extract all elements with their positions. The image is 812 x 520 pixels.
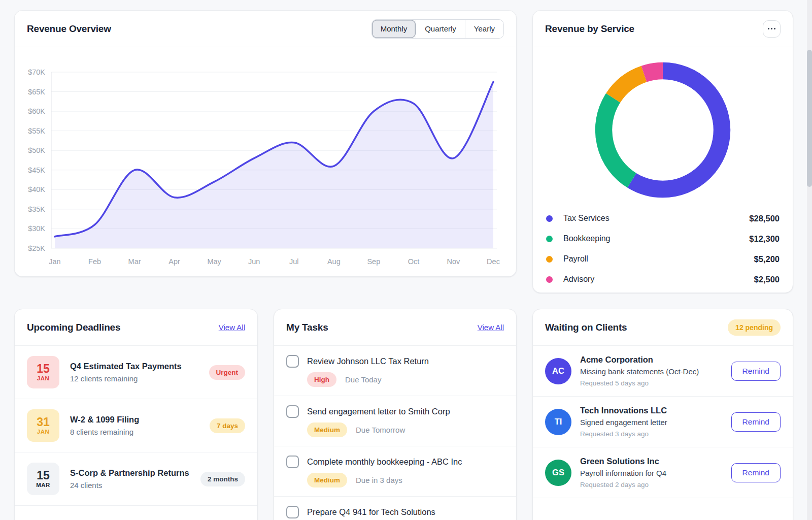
task-row: Send engagement letter to Smith Corp Med… bbox=[274, 396, 516, 446]
tasks-view-all-link[interactable]: View All bbox=[478, 323, 504, 332]
task-row: Prepare Q4 941 for Tech Solutions Low Du… bbox=[274, 497, 516, 520]
client-row: TI Tech Innovations LLC Signed engagemen… bbox=[533, 397, 793, 447]
my-tasks-header: My Tasks View All bbox=[274, 309, 516, 346]
svg-text:Sep: Sep bbox=[367, 257, 380, 266]
svg-text:$65K: $65K bbox=[28, 88, 45, 96]
deadline-subtitle: 24 clients bbox=[70, 481, 190, 490]
deadlines-view-all-link[interactable]: View All bbox=[219, 323, 245, 332]
ellipsis-icon bbox=[768, 28, 770, 30]
upcoming-deadlines-header: Upcoming Deadlines View All bbox=[15, 309, 257, 346]
upcoming-deadlines-title: Upcoming Deadlines bbox=[27, 322, 120, 333]
date-badge: 15 MAR bbox=[27, 463, 59, 495]
due-label: Due Today bbox=[345, 375, 381, 384]
client-requested-time: Requested 2 days ago bbox=[580, 481, 723, 489]
client-row: GS Green Solutions Inc Payroll informati… bbox=[533, 447, 793, 498]
legend-dot bbox=[546, 236, 553, 242]
client-request: Payroll information for Q4 bbox=[580, 469, 723, 477]
deadline-row[interactable]: 15 JAN Q4 Estimated Tax Payments 12 clie… bbox=[15, 346, 257, 399]
legend-value: $5,200 bbox=[754, 254, 780, 264]
remind-button[interactable]: Remind bbox=[731, 362, 781, 381]
waiting-on-clients-header: Waiting on Clients 12 pending bbox=[533, 309, 793, 346]
legend-item: Payroll $5,200 bbox=[546, 249, 780, 269]
legend-label: Payroll bbox=[563, 254, 588, 264]
deadline-subtitle: 12 clients remaining bbox=[70, 374, 198, 383]
avatar: TI bbox=[545, 409, 571, 435]
due-label: Due in 3 days bbox=[356, 476, 402, 484]
client-requested-time: Requested 5 days ago bbox=[580, 379, 723, 387]
client-name: Tech Innovations LLC bbox=[580, 406, 723, 415]
deadline-row[interactable]: 31 JAN W-2 & 1099 Filing 8 clients remai… bbox=[15, 399, 257, 452]
remind-button[interactable]: Remind bbox=[731, 463, 781, 482]
task-title: Complete monthly bookkeeping - ABC Inc bbox=[307, 457, 462, 467]
date-month: MAR bbox=[36, 482, 50, 489]
task-checkbox[interactable] bbox=[286, 355, 299, 368]
upcoming-deadlines-card: Upcoming Deadlines View All 15 JAN Q4 Es… bbox=[14, 309, 258, 520]
client-request: Missing bank statements (Oct-Dec) bbox=[580, 367, 723, 376]
task-checkbox[interactable] bbox=[286, 456, 299, 468]
dashboard-page: Revenue Overview Monthly Quarterly Yearl… bbox=[0, 0, 812, 520]
client-request: Signed engagement letter bbox=[580, 418, 723, 427]
svg-text:$55K: $55K bbox=[28, 127, 45, 135]
waiting-on-clients-card: Waiting on Clients 12 pending AC Acme Co… bbox=[532, 309, 793, 520]
legend-dot bbox=[546, 256, 553, 263]
legend-label: Bookkeeping bbox=[563, 234, 611, 243]
svg-text:Jul: Jul bbox=[289, 257, 299, 266]
svg-text:Jan: Jan bbox=[49, 257, 60, 266]
avatar-initials: AC bbox=[552, 366, 564, 376]
svg-text:Jun: Jun bbox=[248, 257, 260, 266]
legend-item: Bookkeeping $12,300 bbox=[546, 229, 780, 249]
revenue-overview-header: Revenue Overview Monthly Quarterly Yearl… bbox=[15, 11, 516, 47]
tab-quarterly[interactable]: Quarterly bbox=[416, 20, 465, 38]
date-month: JAN bbox=[37, 375, 50, 382]
svg-text:$30K: $30K bbox=[28, 224, 45, 233]
revenue-line-chart: $70K$65K$60K$55K$50K$45K$40K$35K$30K$25K… bbox=[27, 50, 505, 274]
remind-button[interactable]: Remind bbox=[731, 412, 781, 432]
date-month: JAN bbox=[37, 429, 50, 435]
task-checkbox[interactable] bbox=[286, 405, 299, 418]
revenue-line-chart-area: $70K$65K$60K$55K$50K$45K$40K$35K$30K$25K… bbox=[15, 47, 516, 277]
legend-dot bbox=[546, 276, 553, 283]
donut-legend: Tax Services $28,500 Bookkeeping $12,300… bbox=[533, 208, 793, 289]
deadline-row[interactable]: 15 MAR S-Corp & Partnership Returns 24 c… bbox=[15, 452, 257, 506]
client-name: Green Solutions Inc bbox=[580, 457, 723, 466]
priority-badge: Medium bbox=[307, 473, 347, 488]
waiting-on-clients-title: Waiting on Clients bbox=[545, 322, 627, 333]
svg-text:$25K: $25K bbox=[28, 244, 45, 252]
revenue-overview-title: Revenue Overview bbox=[27, 23, 111, 35]
deadline-subtitle: 8 clients remaining bbox=[70, 428, 199, 436]
scrollbar-thumb[interactable] bbox=[807, 50, 812, 187]
svg-text:Feb: Feb bbox=[88, 257, 101, 266]
deadline-badge: 7 days bbox=[210, 418, 245, 433]
avatar-initials: GS bbox=[552, 468, 564, 477]
svg-text:Mar: Mar bbox=[128, 257, 141, 266]
pending-count-badge: 12 pending bbox=[728, 319, 781, 336]
svg-text:$60K: $60K bbox=[28, 107, 45, 115]
date-day: 31 bbox=[37, 416, 50, 429]
date-day: 15 bbox=[37, 469, 50, 482]
svg-text:Oct: Oct bbox=[408, 257, 420, 266]
tab-monthly[interactable]: Monthly bbox=[372, 20, 416, 38]
tab-yearly[interactable]: Yearly bbox=[465, 20, 503, 38]
deadline-title: W-2 & 1099 Filing bbox=[70, 415, 199, 425]
date-badge: 15 JAN bbox=[27, 356, 59, 388]
revenue-by-service-header: Revenue by Service bbox=[533, 11, 793, 47]
legend-value: $28,500 bbox=[749, 214, 780, 223]
revenue-by-service-title: Revenue by Service bbox=[545, 23, 634, 35]
my-tasks-card: My Tasks View All Review Johnson LLC Tax… bbox=[274, 309, 517, 520]
range-segmented-control: Monthly Quarterly Yearly bbox=[371, 19, 504, 39]
avatar: GS bbox=[545, 460, 571, 486]
svg-text:Aug: Aug bbox=[327, 257, 341, 266]
svg-text:$40K: $40K bbox=[28, 185, 45, 193]
task-row: Complete monthly bookkeeping - ABC Inc M… bbox=[274, 446, 516, 497]
task-checkbox[interactable] bbox=[286, 506, 299, 518]
svg-text:Dec: Dec bbox=[487, 257, 500, 266]
deadline-title: Q4 Estimated Tax Payments bbox=[70, 362, 198, 371]
svg-text:Nov: Nov bbox=[447, 257, 461, 266]
more-options-button[interactable] bbox=[763, 20, 781, 38]
revenue-by-service-card: Revenue by Service Tax Services $28,500 … bbox=[532, 10, 793, 293]
client-name: Acme Corporation bbox=[580, 355, 723, 365]
client-row: AC Acme Corporation Missing bank stateme… bbox=[533, 346, 793, 397]
due-label: Due Tomorrow bbox=[356, 426, 405, 434]
avatar-initials: TI bbox=[555, 417, 562, 427]
date-badge: 31 JAN bbox=[27, 409, 59, 442]
